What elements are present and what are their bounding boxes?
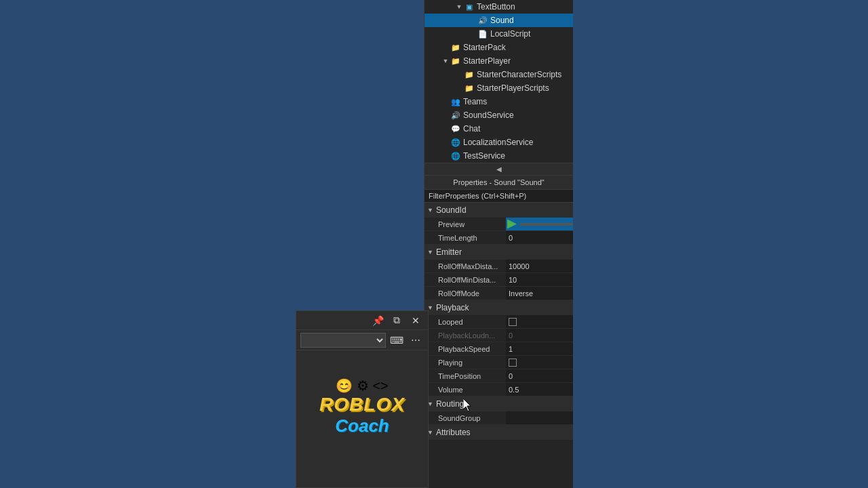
prop-name-playing: Playing [425,359,506,367]
prop-value-soundgroup[interactable] [506,411,573,424]
icon-starterplayer: 📁 [450,56,461,66]
properties-title: Properties - Sound "Sound" [453,178,544,186]
prop-value-playing [506,356,573,369]
gear-icon-logo: ⚙ [357,378,369,393]
explorer-tree: ▼ ▣ TextButton 🔊 Sound 📄 LocalScript 📁 S… [425,0,573,163]
prop-name-playbackspeed: PlaybackSpeed [425,345,506,353]
prop-value-playbackspeed[interactable]: 1 [506,342,573,355]
value-timeposition: 0 [509,372,513,380]
checkbox-looped[interactable] [509,318,517,326]
label-testservice: TestService [463,151,505,161]
section-header-emitter[interactable]: ▼ Emitter [425,245,573,260]
logo-icons: 😊 ⚙ <> [319,378,405,394]
logo-coach: Coach [319,415,405,436]
tree-item-localscript[interactable]: 📄 LocalScript [425,27,573,41]
icon-chat: 💬 [450,123,461,134]
label-localscript: LocalScript [490,29,530,39]
logo-roblox: ROBLOX [319,394,405,415]
scroll-left-arrow[interactable]: ◀ [425,163,573,175]
prop-name-rolloffmaxdista: RollOffMaxDista... [425,262,506,270]
prop-row-timeposition[interactable]: TimePosition 0 [425,369,573,383]
prop-value-preview[interactable] [506,218,573,230]
icon-testservice: 🌐 [450,150,461,161]
prop-name-preview: Preview [425,220,506,228]
section-arrow-emitter: ▼ [427,249,433,256]
prop-name-rolloffmindista: RollOffMinDista... [425,276,506,284]
label-teams: Teams [463,97,487,106]
value-playbackloudness: 0 [509,331,513,340]
tree-item-startercharacterscripts[interactable]: 📁 StarterCharacterScripts [425,68,573,81]
properties-header: Properties - Sound "Sound" [425,176,573,190]
tree-item-starterplayerscripts[interactable]: 📁 StarterPlayerScripts [425,81,573,95]
prop-name-timelength: TimeLength [425,234,506,242]
checkbox-playing[interactable] [509,359,517,367]
prop-name-volume: Volume [425,386,506,394]
prop-row-rolloffmode[interactable]: RollOffMode Inverse [425,287,573,300]
section-label-playback: Playback [436,303,469,312]
preview-slider[interactable] [519,223,573,226]
code-icon: <> [372,378,388,393]
prop-row-looped[interactable]: Looped [425,315,573,329]
prop-value-volume[interactable]: 0.5 [506,383,573,396]
prop-name-playbackloudness: PlaybackLoudn... [425,331,506,340]
prop-row-timelength[interactable]: TimeLength 0 [425,231,573,245]
section-label-routing: Routing [436,399,464,409]
prop-row-playbackspeed[interactable]: PlaybackSpeed 1 [425,342,573,356]
prop-row-rolloffmaxdista[interactable]: RollOffMaxDista... 10000 [425,260,573,273]
section-label-emitter: Emitter [436,247,462,257]
icon-soundservice: 🔊 [450,110,461,121]
icon-teams: 👥 [450,96,461,107]
filter-bar[interactable]: FilterProperties (Ctrl+Shift+P) [425,190,573,203]
icon-localscript: 📄 [477,28,488,39]
label-starterplayerscripts: StarterPlayerScripts [477,83,549,93]
arrow-starterplayer: ▼ [441,58,450,64]
prop-value-timelength[interactable]: 0 [506,231,573,244]
tree-item-chat[interactable]: 💬 Chat [425,122,573,136]
prop-row-volume[interactable]: Volume 0.5 [425,383,573,396]
section-header-playback[interactable]: ▼ Playback [425,300,573,315]
label-starterplayer: StarterPlayer [463,56,511,66]
prop-row-soundgroup[interactable]: SoundGroup [425,411,573,425]
prop-name-timeposition: TimePosition [425,372,506,380]
section-header-routing[interactable]: ▼ Routing [425,396,573,411]
tree-item-soundservice[interactable]: 🔊 SoundService [425,108,573,122]
filter-properties-label: FilterProperties (Ctrl+Shift+P) [429,192,526,200]
label-sound: Sound [490,16,514,25]
tree-item-localizationservice[interactable]: 🌐 LocalizationService [425,136,573,149]
prop-name-looped: Looped [425,318,506,326]
prop-value-timeposition[interactable]: 0 [506,369,573,382]
prop-value-playbackloudness[interactable]: 0 [506,329,573,342]
tree-item-testservice[interactable]: 🌐 TestService [425,149,573,163]
label-soundservice: SoundService [463,110,514,120]
icon-startercharacterscripts: 📁 [464,69,475,80]
tree-item-starterplayer[interactable]: ▼ 📁 StarterPlayer [425,54,573,68]
tree-item-starterpack[interactable]: 📁 StarterPack [425,41,573,54]
section-header-soundid[interactable]: ▼ SoundId [425,203,573,218]
tree-item-sound[interactable]: 🔊 Sound [425,14,573,27]
properties-container: ▼ SoundId Preview TimeLength 0 ▼ Emitter… [425,203,573,440]
prop-row-rolloffmindista[interactable]: RollOffMinDista... 10 [425,273,573,287]
tree-item-textbutton[interactable]: ▼ ▣ TextButton [425,0,573,14]
icon-sound: 🔊 [477,15,488,26]
prop-value-rolloffmaxdista[interactable]: 10000 [506,260,573,272]
section-header-attributes[interactable]: ▼ Attributes [425,425,573,440]
smiley-icon: 😊 [336,378,353,393]
value-playbackspeed: 1 [509,345,513,353]
icon-starterpack: 📁 [450,42,461,53]
icon-textbutton: ▣ [464,1,475,12]
prop-row-playing[interactable]: Playing [425,356,573,369]
label-startercharacterscripts: StarterCharacterScripts [477,70,561,79]
tree-item-teams[interactable]: 👥 Teams [425,95,573,108]
prop-value-rolloffmode[interactable]: Inverse [506,287,573,300]
prop-row-preview[interactable]: Preview [425,218,573,231]
section-label-soundid: SoundId [436,205,467,215]
label-textbutton: TextButton [477,2,515,12]
value-rolloffmode: Inverse [509,289,533,298]
label-localizationservice: LocalizationService [463,138,533,147]
icon-starterplayerscripts: 📁 [464,83,475,94]
prop-value-rolloffmindista[interactable]: 10 [506,273,573,286]
prop-name-soundgroup: SoundGroup [425,414,506,422]
icon-localizationservice: 🌐 [450,137,461,148]
play-button[interactable] [507,220,517,229]
prop-row-playbackloudness[interactable]: PlaybackLoudn... 0 [425,329,573,342]
